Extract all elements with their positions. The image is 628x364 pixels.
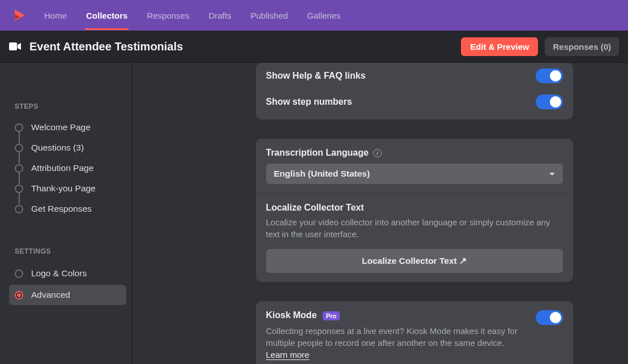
settings-label: Logo & Colors [31, 268, 87, 279]
transcription-language-label: Transcription Language i [266, 148, 563, 158]
nav-home[interactable]: Home [43, 1, 68, 30]
language-card: Transcription Language i English (United… [256, 139, 573, 282]
main-content: Show Help & FAQ links Show step numbers … [133, 63, 628, 364]
step-questions[interactable]: Questions (3) [0, 138, 132, 158]
top-nav: Home Collectors Responses Drafts Publish… [0, 0, 628, 31]
step-attribution-page[interactable]: Attribution Page [0, 158, 132, 178]
sub-header: Event Attendee Testimonials Edit & Previ… [0, 31, 628, 63]
step-circle-icon [15, 144, 23, 152]
step-label: Thank-you Page [31, 183, 96, 194]
nav-galleries[interactable]: Galleries [306, 1, 341, 30]
select-value: English (United States) [274, 169, 370, 179]
toggle-kiosk-mode[interactable] [536, 310, 563, 325]
nav-collectors[interactable]: Collectors [85, 1, 129, 30]
toggle-step-numbers[interactable] [536, 95, 563, 109]
sidebar-settings-heading: SETTINGS [0, 219, 132, 262]
kiosk-title: Kiosk Mode [266, 310, 317, 320]
localize-description: Localize your video collector into anoth… [266, 216, 563, 240]
kiosk-card: Kiosk Mode Pro Collecting responses at a… [256, 301, 573, 364]
pro-badge: Pro [323, 311, 340, 320]
settings-label: Advanced [31, 290, 70, 300]
toggle-help-links-row: Show Help & FAQ links [256, 63, 573, 89]
step-welcome-page[interactable]: Welcome Page [0, 117, 132, 138]
sidebar-steps-heading: STEPS [0, 73, 132, 117]
toggle-label: Show step numbers [266, 97, 352, 107]
info-icon[interactable]: i [373, 149, 382, 157]
nav-published[interactable]: Published [249, 1, 289, 30]
step-label: Attribution Page [31, 163, 93, 173]
edit-preview-button[interactable]: Edit & Preview [461, 37, 538, 56]
radio-icon [15, 269, 23, 278]
transcription-language-select[interactable]: English (United States) [266, 164, 563, 184]
radio-icon [15, 291, 23, 299]
responses-button[interactable]: Responses (0) [545, 37, 619, 56]
step-circle-icon [15, 164, 23, 173]
toggle-label: Show Help & FAQ links [266, 71, 366, 81]
toggle-help-links[interactable] [536, 68, 563, 83]
page-title: Event Attendee Testimonials [29, 40, 183, 53]
step-label: Welcome Page [31, 122, 91, 132]
kiosk-learn-more-link[interactable]: Learn more [266, 350, 310, 359]
settings-advanced[interactable]: Advanced [9, 285, 126, 305]
step-thank-you-page[interactable]: Thank-you Page [0, 178, 132, 199]
display-options-card: Show Help & FAQ links Show step numbers [256, 63, 573, 119]
step-label: Questions (3) [31, 143, 84, 153]
localize-button[interactable]: Localize Collector Text ↗ [266, 249, 563, 273]
kiosk-description: Collecting responses at a live event? Ki… [266, 325, 524, 361]
step-circle-icon [15, 185, 23, 193]
logo[interactable] [12, 8, 26, 22]
nav-drafts[interactable]: Drafts [207, 1, 232, 30]
step-get-responses[interactable]: Get Responses [0, 199, 132, 219]
step-circle-icon [15, 123, 23, 132]
nav-responses[interactable]: Responses [146, 1, 190, 30]
localize-title: Localize Collector Text [266, 203, 563, 213]
chevron-down-icon [549, 173, 555, 175]
step-circle-icon [15, 205, 23, 213]
sidebar: STEPS Welcome Page Questions (3) Attribu… [0, 63, 133, 364]
svg-rect-0 [9, 42, 17, 50]
play-logo-icon [12, 8, 26, 22]
settings-logo-colors[interactable]: Logo & Colors [9, 263, 126, 284]
video-camera-icon [9, 42, 22, 51]
toggle-step-numbers-row: Show step numbers [256, 89, 573, 119]
step-label: Get Responses [31, 204, 92, 214]
